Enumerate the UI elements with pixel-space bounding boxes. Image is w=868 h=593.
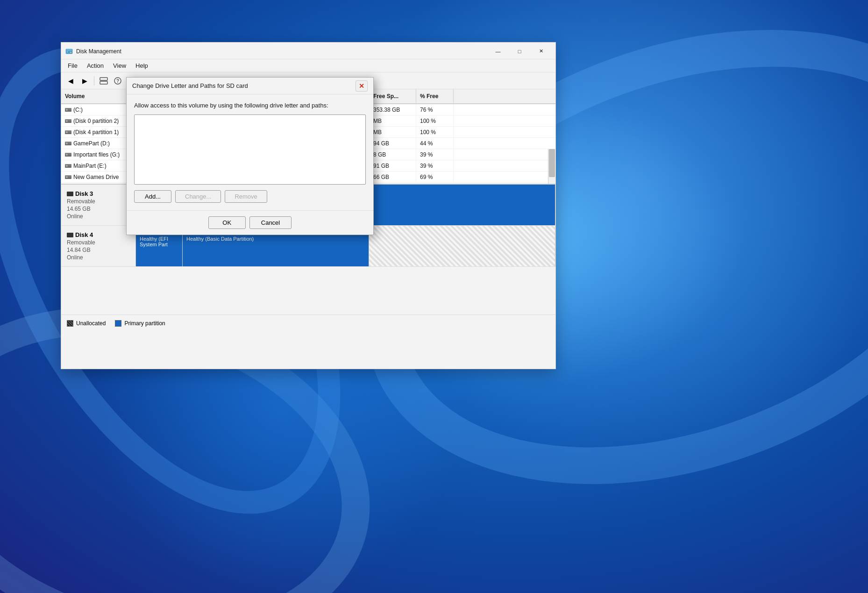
drive-letter-listbox[interactable] xyxy=(134,114,366,185)
modal-footer: OK Cancel xyxy=(127,210,373,235)
change-drive-letter-dialog: Change Drive Letter and Paths for SD car… xyxy=(126,77,374,235)
modal-title: Change Drive Letter and Paths for SD car… xyxy=(132,82,248,89)
modal-action-buttons: Add... Change... Remove xyxy=(134,190,366,203)
remove-button[interactable]: Remove xyxy=(225,190,267,203)
modal-title-bar: Change Drive Letter and Paths for SD car… xyxy=(127,78,373,94)
change-button[interactable]: Change... xyxy=(175,190,221,203)
ok-button[interactable]: OK xyxy=(208,216,246,229)
cancel-button[interactable]: Cancel xyxy=(249,216,292,229)
modal-overlay: Change Drive Letter and Paths for SD car… xyxy=(0,0,868,593)
add-button[interactable]: Add... xyxy=(134,190,171,203)
modal-description: Allow access to this volume by using the… xyxy=(134,102,366,109)
modal-close-button[interactable]: ✕ xyxy=(356,80,368,92)
modal-body: Allow access to this volume by using the… xyxy=(127,94,373,210)
